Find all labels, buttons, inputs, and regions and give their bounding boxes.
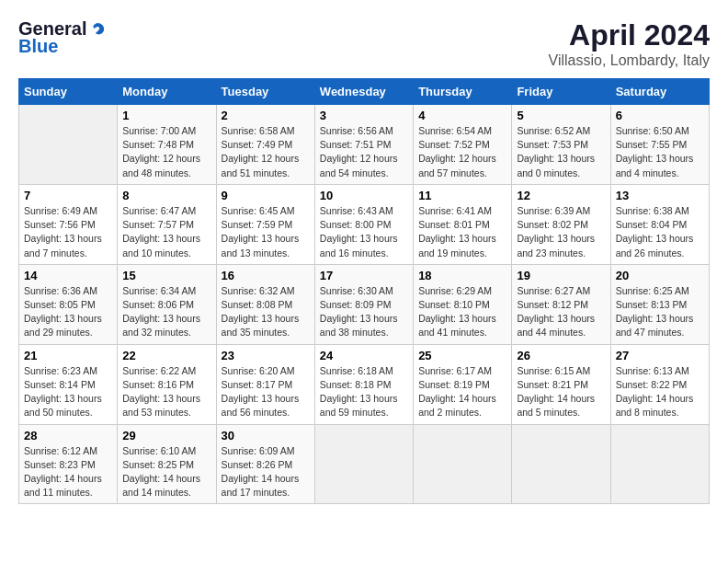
- day-number: 10: [320, 189, 408, 202]
- day-number: 6: [616, 109, 704, 122]
- calendar-cell: 13Sunrise: 6:38 AM Sunset: 8:04 PM Dayli…: [610, 184, 709, 264]
- day-number: 23: [222, 349, 310, 362]
- day-number: 16: [222, 269, 310, 282]
- day-number: 3: [320, 109, 408, 122]
- day-number: 1: [122, 109, 210, 122]
- calendar-cell: [610, 424, 709, 504]
- day-info: Sunrise: 6:50 AM Sunset: 7:55 PM Dayligh…: [616, 124, 704, 180]
- calendar-cell: 28Sunrise: 6:12 AM Sunset: 8:23 PM Dayli…: [19, 424, 118, 504]
- calendar-cell: 21Sunrise: 6:23 AM Sunset: 8:14 PM Dayli…: [19, 344, 118, 424]
- calendar-week-row: 28Sunrise: 6:12 AM Sunset: 8:23 PM Dayli…: [19, 424, 710, 504]
- day-number: 18: [418, 269, 506, 282]
- day-number: 15: [122, 269, 210, 282]
- calendar-cell: 11Sunrise: 6:41 AM Sunset: 8:01 PM Dayli…: [414, 184, 512, 264]
- day-info: Sunrise: 6:58 AM Sunset: 7:49 PM Dayligh…: [222, 124, 310, 180]
- calendar-cell: 26Sunrise: 6:15 AM Sunset: 8:21 PM Dayli…: [512, 344, 610, 424]
- day-number: 21: [24, 349, 112, 362]
- calendar-cell: 16Sunrise: 6:32 AM Sunset: 8:08 PM Dayli…: [216, 264, 314, 344]
- logo-blue-text: Blue: [18, 36, 58, 57]
- day-number: 25: [418, 349, 506, 362]
- calendar-cell: 14Sunrise: 6:36 AM Sunset: 8:05 PM Dayli…: [19, 264, 118, 344]
- day-number: 29: [122, 429, 210, 442]
- calendar-cell: 20Sunrise: 6:25 AM Sunset: 8:13 PM Dayli…: [610, 264, 709, 344]
- title-area: April 2024 Villassio, Lombardy, Italy: [549, 18, 710, 69]
- logo-bird-icon: [88, 20, 107, 39]
- day-info: Sunrise: 7:00 AM Sunset: 7:48 PM Dayligh…: [122, 124, 210, 180]
- calendar-week-row: 21Sunrise: 6:23 AM Sunset: 8:14 PM Dayli…: [19, 344, 710, 424]
- day-number: 22: [122, 349, 210, 362]
- day-info: Sunrise: 6:45 AM Sunset: 7:59 PM Dayligh…: [222, 204, 310, 260]
- calendar-cell: 30Sunrise: 6:09 AM Sunset: 8:26 PM Dayli…: [216, 424, 314, 504]
- calendar-cell: 23Sunrise: 6:20 AM Sunset: 8:17 PM Dayli…: [216, 344, 314, 424]
- calendar-table: SundayMondayTuesdayWednesdayThursdayFrid…: [18, 78, 710, 504]
- calendar-week-row: 7Sunrise: 6:49 AM Sunset: 7:56 PM Daylig…: [19, 184, 710, 264]
- calendar-cell: 22Sunrise: 6:22 AM Sunset: 8:16 PM Dayli…: [118, 344, 216, 424]
- calendar-cell: [512, 424, 610, 504]
- day-info: Sunrise: 6:27 AM Sunset: 8:12 PM Dayligh…: [517, 284, 605, 340]
- day-number: 30: [222, 429, 310, 442]
- day-info: Sunrise: 6:43 AM Sunset: 8:00 PM Dayligh…: [320, 204, 408, 260]
- calendar-cell: 29Sunrise: 6:10 AM Sunset: 8:25 PM Dayli…: [118, 424, 216, 504]
- calendar-cell: 5Sunrise: 6:52 AM Sunset: 7:53 PM Daylig…: [512, 105, 610, 185]
- day-number: 4: [418, 109, 506, 122]
- day-number: 13: [616, 189, 704, 202]
- day-number: 17: [320, 269, 408, 282]
- day-number: 5: [517, 109, 605, 122]
- day-number: 14: [24, 269, 112, 282]
- column-header-thursday: Thursday: [414, 79, 512, 105]
- day-number: 8: [122, 189, 210, 202]
- calendar-week-row: 1Sunrise: 7:00 AM Sunset: 7:48 PM Daylig…: [19, 105, 710, 185]
- calendar-cell: [19, 105, 118, 185]
- day-number: 19: [517, 269, 605, 282]
- day-number: 9: [222, 189, 310, 202]
- calendar-cell: 2Sunrise: 6:58 AM Sunset: 7:49 PM Daylig…: [216, 105, 314, 185]
- day-number: 28: [24, 429, 112, 442]
- column-header-wednesday: Wednesday: [314, 79, 413, 105]
- calendar-cell: 24Sunrise: 6:18 AM Sunset: 8:18 PM Dayli…: [314, 344, 413, 424]
- day-info: Sunrise: 6:38 AM Sunset: 8:04 PM Dayligh…: [616, 204, 704, 260]
- calendar-cell: 7Sunrise: 6:49 AM Sunset: 7:56 PM Daylig…: [19, 184, 118, 264]
- column-header-friday: Friday: [512, 79, 610, 105]
- month-title: April 2024: [549, 18, 710, 52]
- column-header-monday: Monday: [118, 79, 216, 105]
- day-number: 11: [418, 189, 506, 202]
- day-info: Sunrise: 6:17 AM Sunset: 8:19 PM Dayligh…: [418, 364, 506, 420]
- column-header-sunday: Sunday: [19, 79, 118, 105]
- calendar-cell: 25Sunrise: 6:17 AM Sunset: 8:19 PM Dayli…: [414, 344, 512, 424]
- day-number: 20: [616, 269, 704, 282]
- calendar-header-row: SundayMondayTuesdayWednesdayThursdayFrid…: [19, 79, 710, 105]
- calendar-cell: 15Sunrise: 6:34 AM Sunset: 8:06 PM Dayli…: [118, 264, 216, 344]
- day-info: Sunrise: 6:39 AM Sunset: 8:02 PM Dayligh…: [517, 204, 605, 260]
- calendar-cell: 6Sunrise: 6:50 AM Sunset: 7:55 PM Daylig…: [610, 105, 709, 185]
- calendar-cell: 10Sunrise: 6:43 AM Sunset: 8:00 PM Dayli…: [314, 184, 413, 264]
- location-subtitle: Villassio, Lombardy, Italy: [549, 52, 710, 69]
- calendar-cell: 19Sunrise: 6:27 AM Sunset: 8:12 PM Dayli…: [512, 264, 610, 344]
- day-info: Sunrise: 6:49 AM Sunset: 7:56 PM Dayligh…: [24, 204, 112, 260]
- calendar-cell: 17Sunrise: 6:30 AM Sunset: 8:09 PM Dayli…: [314, 264, 413, 344]
- column-header-saturday: Saturday: [610, 79, 709, 105]
- calendar-cell: [414, 424, 512, 504]
- day-info: Sunrise: 6:13 AM Sunset: 8:22 PM Dayligh…: [616, 364, 704, 420]
- day-info: Sunrise: 6:20 AM Sunset: 8:17 PM Dayligh…: [222, 364, 310, 420]
- day-number: 24: [320, 349, 408, 362]
- day-info: Sunrise: 6:09 AM Sunset: 8:26 PM Dayligh…: [222, 444, 310, 500]
- day-info: Sunrise: 6:41 AM Sunset: 8:01 PM Dayligh…: [418, 204, 506, 260]
- calendar-week-row: 14Sunrise: 6:36 AM Sunset: 8:05 PM Dayli…: [19, 264, 710, 344]
- day-number: 7: [24, 189, 112, 202]
- day-info: Sunrise: 6:56 AM Sunset: 7:51 PM Dayligh…: [320, 124, 408, 180]
- day-info: Sunrise: 6:23 AM Sunset: 8:14 PM Dayligh…: [24, 364, 112, 420]
- calendar-cell: 8Sunrise: 6:47 AM Sunset: 7:57 PM Daylig…: [118, 184, 216, 264]
- page-header: General Blue April 2024 Villassio, Lomba…: [18, 18, 710, 69]
- calendar-cell: 1Sunrise: 7:00 AM Sunset: 7:48 PM Daylig…: [118, 105, 216, 185]
- day-number: 2: [222, 109, 310, 122]
- day-number: 12: [517, 189, 605, 202]
- day-info: Sunrise: 6:36 AM Sunset: 8:05 PM Dayligh…: [24, 284, 112, 340]
- day-info: Sunrise: 6:52 AM Sunset: 7:53 PM Dayligh…: [517, 124, 605, 180]
- day-info: Sunrise: 6:12 AM Sunset: 8:23 PM Dayligh…: [24, 444, 112, 500]
- calendar-cell: 3Sunrise: 6:56 AM Sunset: 7:51 PM Daylig…: [314, 105, 413, 185]
- logo: General Blue: [18, 18, 107, 57]
- day-info: Sunrise: 6:18 AM Sunset: 8:18 PM Dayligh…: [320, 364, 408, 420]
- day-info: Sunrise: 6:54 AM Sunset: 7:52 PM Dayligh…: [418, 124, 506, 180]
- calendar-cell: [314, 424, 413, 504]
- day-number: 26: [517, 349, 605, 362]
